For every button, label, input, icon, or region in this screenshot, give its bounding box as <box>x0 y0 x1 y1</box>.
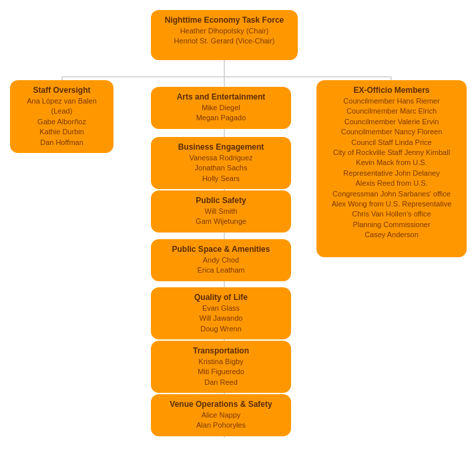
public-safety-box: Public Safety Will SmithGam Wijetunge <box>151 190 291 233</box>
top-title: Nighttime Economy Task Force <box>159 15 290 25</box>
staff-oversight-box: Staff Oversight Ana López van Balen (Lea… <box>10 80 113 153</box>
public-safety-members: Will SmithGam Wijetunge <box>159 206 283 227</box>
venue-box: Venue Operations & Safety Alice NappyAla… <box>151 394 291 436</box>
public-space-members: Andy ChodErica Leatham <box>159 255 283 276</box>
public-space-box: Public Space & Amenities Andy ChodErica … <box>151 239 291 281</box>
org-chart: Nighttime Economy Task Force Heather Dlh… <box>0 0 476 13</box>
ex-officio-members: Councilmember Hans RiemerCouncilmember M… <box>324 96 459 240</box>
public-space-title: Public Space & Amenities <box>159 245 283 254</box>
arts-title: Arts and Entertainment <box>159 92 283 102</box>
venue-members: Alice NappyAlan Pohoryles <box>159 410 283 431</box>
top-members: Heather Dlhopolsky (Chair)Henriot St. Ge… <box>159 26 290 47</box>
venue-title: Venue Operations & Safety <box>159 400 283 409</box>
top-box: Nighttime Economy Task Force Heather Dlh… <box>151 10 298 60</box>
transportation-members: Kristina BigbyMiti FigueredoDan Reed <box>159 357 283 388</box>
business-members: Vanessa RodriguezJonathan SachsHolly Sea… <box>159 153 283 184</box>
quality-members: Evan GlassWill JawandoDoug Wrenn <box>159 303 283 334</box>
ex-officio-box: EX-Officio Members Councilmember Hans Ri… <box>316 80 467 257</box>
quality-box: Quality of Life Evan GlassWill JawandoDo… <box>151 287 291 339</box>
business-title: Business Engagement <box>159 142 283 152</box>
ex-officio-title: EX-Officio Members <box>324 86 459 95</box>
arts-members: Mike DiegelMegan Pagado <box>159 103 283 124</box>
transportation-box: Transportation Kristina BigbyMiti Figuer… <box>151 341 291 393</box>
staff-oversight-members: Ana López van Balen (Lead)Gabe AlborñozK… <box>18 96 105 148</box>
public-safety-title: Public Safety <box>159 196 283 205</box>
transportation-title: Transportation <box>159 346 283 355</box>
quality-title: Quality of Life <box>159 293 283 302</box>
business-box: Business Engagement Vanessa RodriguezJon… <box>151 137 291 189</box>
arts-box: Arts and Entertainment Mike DiegelMegan … <box>151 87 291 129</box>
staff-oversight-title: Staff Oversight <box>18 86 105 95</box>
